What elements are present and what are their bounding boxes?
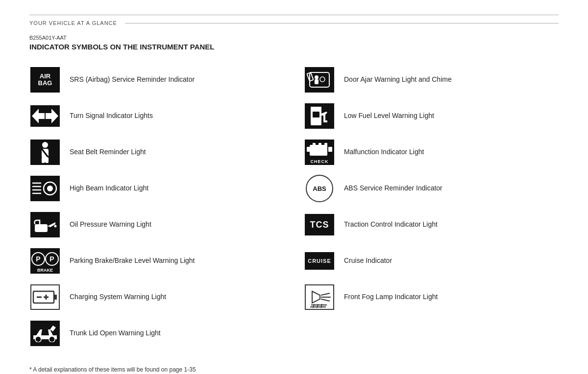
svg-rect-6	[42, 157, 45, 163]
indicator-row-parkbrake: P P BRAKE Parking Brake/Brake Level Warn…	[29, 243, 284, 279]
cruise-icon: CRUISE	[305, 252, 334, 270]
lowfuel-icon	[305, 103, 334, 129]
indicator-row-lowfuel: Low Fuel Level Warning Light	[304, 98, 559, 134]
mil-label: Malfunction Indicator Light	[344, 147, 424, 157]
trunk-icon-container	[29, 320, 61, 347]
indicator-row-tcs: TCS Traction Control Indicator Light	[304, 207, 559, 243]
highbeam-icon-container	[29, 175, 61, 202]
lowfuel-icon-container	[304, 103, 335, 129]
oilpressure-svg	[33, 213, 57, 236]
indicator-row-seatbelt: Seat Belt Reminder Light	[29, 134, 284, 170]
svg-rect-14	[35, 224, 48, 232]
svg-point-33	[320, 77, 325, 82]
doorajar-icon-container	[304, 67, 335, 93]
svg-point-31	[315, 75, 318, 79]
trunk-svg	[31, 325, 59, 342]
indicator-row-abs: ABS ABS Service Reminder Indicator	[304, 170, 559, 207]
seatbelt-label: Seat Belt Reminder Light	[70, 147, 146, 157]
svg-rect-35	[311, 107, 321, 111]
doorajar-svg	[306, 69, 333, 91]
abs-label: ABS Service Reminder Indicator	[344, 184, 442, 193]
top-header: YOUR VEHICLE AT A GLANCE	[29, 15, 559, 26]
parkbrake-icon-container: P P BRAKE	[29, 248, 61, 274]
turnsignal-label: Turn Signal Indicator Lights	[70, 111, 153, 121]
trunk-label: Trunk Lid Open Warning Light	[70, 328, 161, 338]
charging-svg	[32, 288, 58, 306]
trunk-icon	[30, 321, 60, 346]
cruise-icon-container: CRUISE	[304, 248, 335, 274]
indicator-row-turnsignal: Turn Signal Indicator Lights	[29, 98, 284, 134]
airbag-icon-container: AIR BAG	[29, 67, 61, 93]
highbeam-svg	[31, 178, 59, 199]
turnsignal-svg	[32, 109, 58, 123]
turnsignal-icon-container	[29, 103, 61, 129]
svg-text:P: P	[49, 255, 54, 263]
charging-icon	[30, 284, 60, 310]
oilpressure-label: Oil Pressure Warning Light	[70, 220, 151, 230]
tcs-icon-container: TCS	[304, 211, 335, 238]
tcs-label: Traction Control Indicator Light	[344, 220, 438, 230]
airbag-label: SRS (Airbag) Service Reminder Indicator	[70, 75, 195, 85]
oilpressure-icon	[30, 212, 60, 237]
indicator-row-oilpressure: Oil Pressure Warning Light	[29, 207, 284, 243]
svg-rect-41	[307, 147, 311, 152]
frontfog-icon-container	[304, 284, 335, 310]
indicator-row-airbag: AIR BAG SRS (Airbag) Service Reminder In…	[29, 62, 284, 98]
seatbelt-icon-container	[29, 139, 61, 165]
svg-rect-23	[54, 295, 57, 300]
seatbelt-icon	[30, 140, 60, 165]
doc-ref: B255A01Y-AAT	[29, 35, 559, 41]
highbeam-icon	[30, 176, 60, 201]
footnote: * A detail explanations of these items w…	[29, 366, 559, 373]
svg-rect-40	[324, 143, 327, 146]
svg-line-43	[321, 293, 330, 295]
svg-text:BRAKE: BRAKE	[37, 268, 53, 273]
section-header-label: YOUR VEHICLE AT A GLANCE	[29, 20, 117, 26]
turnsignal-icon	[30, 105, 60, 127]
section-title: INDICATOR SYMBOLS ON THE INSTRUMENT PANE…	[29, 43, 559, 51]
airbag-icon: AIR BAG	[30, 67, 60, 93]
svg-rect-39	[318, 143, 321, 146]
svg-rect-38	[313, 143, 316, 146]
parkbrake-label: Parking Brake/Brake Level Warning Light	[70, 256, 195, 266]
frontfog-icon	[305, 284, 334, 310]
charging-label: Charging System Warning Light	[70, 292, 166, 302]
indicator-row-empty	[304, 315, 559, 347]
parkbrake-icon: P P BRAKE	[30, 248, 60, 274]
svg-rect-36	[313, 112, 319, 117]
highbeam-label: High Beam Indicator Light	[70, 184, 148, 193]
svg-point-27	[35, 336, 41, 342]
mil-icon: CHECK	[305, 140, 334, 165]
indicator-row-cruise: CRUISE Cruise Indicator	[304, 243, 559, 279]
oilpressure-icon-container	[29, 211, 61, 238]
svg-point-16	[54, 225, 57, 228]
parkbrake-svg: P P BRAKE	[30, 248, 60, 274]
svg-text:P: P	[36, 255, 40, 263]
doorajar-icon	[305, 67, 334, 93]
seatbelt-svg	[35, 141, 55, 164]
abs-icon-container: ABS	[304, 175, 335, 202]
page-container: YOUR VEHICLE AT A GLANCE B255A01Y-AAT IN…	[0, 0, 588, 374]
svg-rect-37	[310, 145, 327, 156]
charging-icon-container	[29, 284, 61, 310]
svg-rect-32	[315, 79, 318, 84]
mil-icon-container: CHECK	[304, 139, 335, 165]
lowfuel-label: Low Fuel Level Warning Light	[344, 111, 434, 121]
abs-icon: ABS	[305, 176, 334, 201]
svg-point-2	[42, 142, 48, 148]
header-divider	[125, 23, 559, 23]
indicators-grid: AIR BAG SRS (Airbag) Service Reminder In…	[29, 62, 559, 351]
left-column: AIR BAG SRS (Airbag) Service Reminder In…	[29, 62, 284, 351]
svg-marker-0	[32, 109, 45, 123]
right-column: Door Ajar Warning Light and Chime	[304, 62, 559, 351]
svg-marker-1	[46, 109, 58, 123]
tcs-icon: TCS	[305, 214, 334, 235]
svg-point-28	[49, 336, 55, 342]
indicator-row-doorajar: Door Ajar Warning Light and Chime	[304, 62, 559, 98]
indicator-row-trunk: Trunk Lid Open Warning Light	[29, 315, 284, 351]
svg-rect-7	[46, 157, 49, 163]
doorajar-label: Door Ajar Warning Light and Chime	[344, 75, 452, 85]
indicator-row-mil: CHECK Malfunction Indicator Light	[304, 134, 559, 170]
indicator-row-highbeam: High Beam Indicator Light	[29, 170, 284, 207]
lowfuel-svg	[309, 105, 330, 127]
